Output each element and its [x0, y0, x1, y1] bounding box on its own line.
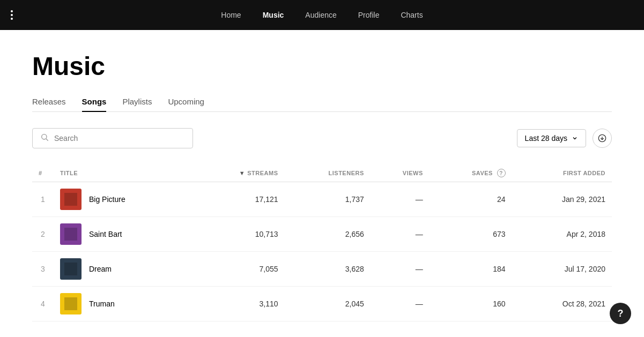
- tab-songs[interactable]: Songs: [82, 97, 107, 111]
- tabs-container: Releases Songs Playlists Upcoming: [32, 97, 612, 112]
- row-listeners: 2,656: [285, 217, 371, 252]
- table-row[interactable]: 2 Saint Bart 10,713 2,656 — 673 Apr 2, 2…: [32, 217, 612, 252]
- nav-home[interactable]: Home: [221, 11, 241, 19]
- menu-dots-button[interactable]: [11, 10, 13, 20]
- toolbar: Last 28 days: [32, 128, 612, 148]
- col-header-title: TITLE: [54, 164, 193, 182]
- row-streams: 17,121: [193, 182, 285, 217]
- row-first-added: Jan 29, 2021: [512, 182, 612, 217]
- search-icon: [40, 133, 49, 144]
- row-title: Truman: [54, 287, 193, 321]
- nav-profile[interactable]: Profile: [358, 11, 380, 19]
- row-streams: 3,110: [193, 287, 285, 321]
- row-title: Saint Bart: [54, 217, 193, 252]
- row-title: Dream: [54, 252, 193, 287]
- song-thumbnail: [60, 223, 82, 245]
- row-num: 2: [32, 217, 54, 252]
- search-container: [32, 128, 193, 148]
- row-num: 4: [32, 287, 54, 321]
- row-listeners: 2,045: [285, 287, 371, 321]
- col-header-num: #: [32, 164, 54, 182]
- row-first-added: Jul 17, 2020: [512, 252, 612, 287]
- row-first-added: Oct 28, 2021: [512, 287, 612, 321]
- row-views: —: [371, 217, 430, 252]
- top-navigation: Home Music Audience Profile Charts: [0, 0, 644, 30]
- col-header-saves: SAVES ?: [430, 164, 512, 182]
- song-title-text: Big Picture: [89, 195, 125, 204]
- nav-links-container: Home Music Audience Profile Charts: [221, 11, 423, 19]
- tab-playlists[interactable]: Playlists: [122, 97, 152, 111]
- tab-upcoming[interactable]: Upcoming: [168, 97, 204, 111]
- row-views: —: [371, 252, 430, 287]
- table-row[interactable]: 4 Truman 3,110 2,045 — 160 Oct 28, 2021: [32, 287, 612, 321]
- download-button[interactable]: [593, 129, 612, 148]
- row-saves: 673: [430, 217, 512, 252]
- page-title: Music: [32, 51, 612, 81]
- col-header-streams[interactable]: ▼STREAMS: [193, 164, 285, 182]
- row-title: Big Picture: [54, 182, 193, 217]
- tab-releases[interactable]: Releases: [32, 97, 66, 111]
- date-filter-button[interactable]: Last 28 days: [517, 129, 586, 147]
- row-num: 3: [32, 252, 54, 287]
- search-input[interactable]: [54, 134, 185, 143]
- row-saves: 184: [430, 252, 512, 287]
- download-icon: [598, 134, 606, 143]
- row-views: —: [371, 182, 430, 217]
- nav-music[interactable]: Music: [263, 11, 284, 19]
- song-title-text: Truman: [89, 299, 115, 308]
- main-content: Music Releases Songs Playlists Upcoming …: [0, 30, 644, 337]
- row-listeners: 1,737: [285, 182, 371, 217]
- row-listeners: 3,628: [285, 252, 371, 287]
- row-streams: 10,713: [193, 217, 285, 252]
- toolbar-right: Last 28 days: [517, 129, 612, 148]
- chevron-down-icon: [572, 135, 578, 141]
- col-header-listeners: LISTENERS: [285, 164, 371, 182]
- songs-table: # TITLE ▼STREAMS LISTENERS VIEWS SAVES ?…: [32, 164, 612, 321]
- song-title-text: Saint Bart: [89, 230, 122, 238]
- saves-help-icon[interactable]: ?: [497, 169, 506, 177]
- svg-line-1: [46, 139, 48, 141]
- row-saves: 24: [430, 182, 512, 217]
- song-title-text: Dream: [89, 265, 112, 273]
- table-row[interactable]: 1 Big Picture 17,121 1,737 — 24 Jan 29, …: [32, 182, 612, 217]
- row-first-added: Apr 2, 2018: [512, 217, 612, 252]
- song-thumbnail: [60, 258, 82, 280]
- help-fab-button[interactable]: ?: [610, 303, 631, 324]
- row-saves: 160: [430, 287, 512, 321]
- song-thumbnail: [60, 293, 82, 314]
- streams-sort-arrow: ▼: [239, 170, 245, 176]
- nav-charts[interactable]: Charts: [401, 11, 423, 19]
- col-header-first-added: FIRST ADDED: [512, 164, 612, 182]
- row-streams: 7,055: [193, 252, 285, 287]
- col-header-views: VIEWS: [371, 164, 430, 182]
- date-filter-label: Last 28 days: [525, 134, 567, 143]
- nav-audience[interactable]: Audience: [305, 11, 336, 19]
- svg-point-0: [42, 134, 47, 139]
- row-num: 1: [32, 182, 54, 217]
- row-views: —: [371, 287, 430, 321]
- table-row[interactable]: 3 Dream 7,055 3,628 — 184 Jul 17, 2020: [32, 252, 612, 287]
- song-thumbnail: [60, 189, 82, 210]
